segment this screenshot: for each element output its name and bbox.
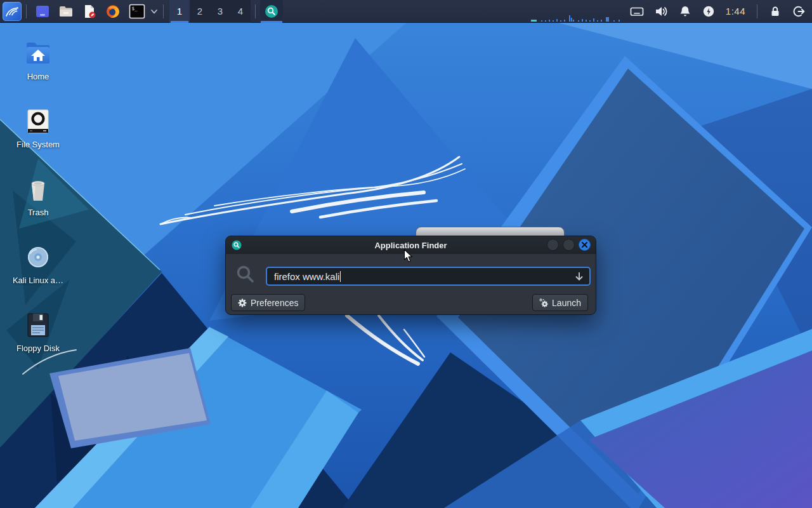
desktop-icon-file-system[interactable]: File System: [3, 106, 73, 149]
log-out-icon: [792, 5, 806, 18]
workspace-4[interactable]: 4: [230, 0, 251, 23]
file-manager-launcher[interactable]: [58, 4, 74, 19]
gear-icon: [238, 298, 247, 307]
firefox-launcher[interactable]: [105, 4, 121, 19]
notifications[interactable]: [679, 5, 691, 18]
desktop-icon-trash[interactable]: Trash: [3, 174, 73, 217]
keyboard-icon: [630, 5, 644, 18]
terminal-menu-chevron[interactable]: [150, 7, 159, 16]
panel-separator: [163, 4, 164, 18]
file-manager-folder-icon: [58, 4, 74, 19]
bell-icon: [679, 5, 691, 18]
lock-icon: [769, 5, 782, 18]
terminal-icon: $_: [129, 3, 145, 20]
top-panel: $_ 1 2 3 4: [0, 0, 812, 23]
launch-button[interactable]: Launch: [532, 294, 588, 311]
desktop-icon-label: Kali Linux a…: [3, 276, 73, 285]
screen-window-launcher[interactable]: [35, 4, 50, 19]
firefox-icon: [105, 4, 121, 19]
volume-icon: [655, 5, 668, 18]
quick-launchers: $_: [35, 3, 159, 20]
chevron-down-icon: [150, 7, 159, 16]
panel-separator: [757, 4, 757, 18]
log-out-button[interactable]: [792, 5, 806, 18]
screen-window-icon: [35, 4, 50, 19]
arrow-down-icon[interactable]: [574, 271, 584, 283]
maximize-button[interactable]: [563, 239, 575, 251]
close-button[interactable]: [579, 239, 591, 251]
cd-disc-icon: [23, 242, 53, 272]
mouse-cursor: [403, 249, 413, 263]
lock-screen-button[interactable]: [769, 5, 782, 18]
svg-text:$_: $_: [132, 6, 138, 11]
floppy-disk-icon: [23, 310, 53, 340]
minimize-button[interactable]: [547, 239, 559, 251]
close-icon: [582, 242, 587, 248]
workspace-2[interactable]: 2: [190, 0, 210, 23]
text-caret: [340, 271, 341, 282]
terminal-launcher[interactable]: $_: [129, 3, 145, 20]
preferences-button[interactable]: Preferences: [231, 294, 305, 311]
trash-can-icon: [23, 174, 53, 204]
search-icon: [235, 264, 256, 284]
window-buttons: [547, 239, 591, 251]
file-system-drive-icon: [23, 106, 53, 137]
power-bolt-icon: [702, 5, 715, 18]
application-finder-dialog: Application Finder firefox www.kali: [225, 236, 596, 315]
workspace-3[interactable]: 3: [210, 0, 230, 23]
home-folder-icon: [23, 38, 53, 69]
keyboard-indicator[interactable]: [630, 5, 644, 18]
clock[interactable]: 1:44: [726, 6, 745, 17]
volume-control[interactable]: [655, 5, 668, 18]
applications-menu-button[interactable]: [3, 2, 22, 21]
search-input-value: firefox www.kali: [274, 271, 339, 282]
workspace-1[interactable]: 1: [169, 0, 190, 23]
magnifier-teal-icon: [265, 4, 278, 18]
desktop-icon-label: Trash: [3, 208, 73, 217]
system-monitor-graph: [530, 13, 625, 22]
desktop-icon-kali-cd[interactable]: Kali Linux a…: [3, 242, 73, 285]
desktop-icon-label: File System: [3, 140, 73, 149]
workspace-switcher: 1 2 3 4: [169, 0, 251, 23]
desktop-root: $_ 1 2 3 4: [0, 0, 812, 508]
desktop-icon-label: Home: [3, 72, 73, 81]
desktop-icon-home[interactable]: Home: [3, 38, 73, 81]
search-input[interactable]: firefox www.kali: [266, 267, 591, 286]
panel-separator: [26, 4, 27, 18]
launch-button-label: Launch: [552, 298, 581, 308]
panel-separator: [255, 4, 256, 18]
launch-gear-icon: [539, 298, 548, 307]
text-editor-launcher[interactable]: [82, 4, 97, 19]
text-editor-document-icon: [82, 4, 97, 19]
taskbar-application-finder[interactable]: [260, 0, 283, 23]
preferences-button-label: Preferences: [251, 298, 298, 308]
kali-dragon-icon: [4, 4, 20, 19]
desktop-icon-floppy[interactable]: Floppy Disk: [3, 310, 73, 353]
desktop-icon-label: Floppy Disk: [3, 344, 73, 353]
power-manager[interactable]: [702, 5, 715, 18]
system-tray: 1:44: [630, 4, 806, 18]
